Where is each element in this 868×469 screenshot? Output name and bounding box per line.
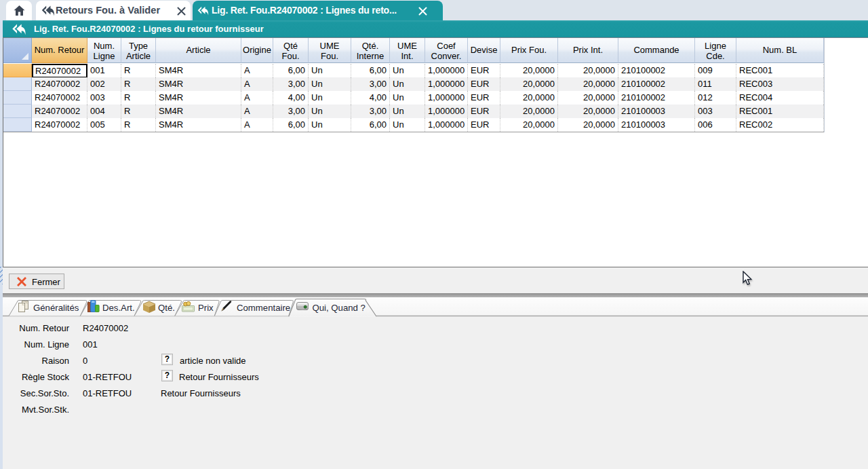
svg-text:Qté.: Qté. [158, 303, 175, 313]
svg-text:Généralités: Généralités [33, 303, 79, 313]
svg-text:Commentaire: Commentaire [237, 303, 290, 313]
svg-text:Prix: Prix [198, 303, 214, 313]
svg-text:Des.Art.: Des.Art. [102, 303, 135, 313]
svg-text:Qui, Quand ?: Qui, Quand ? [313, 303, 366, 313]
